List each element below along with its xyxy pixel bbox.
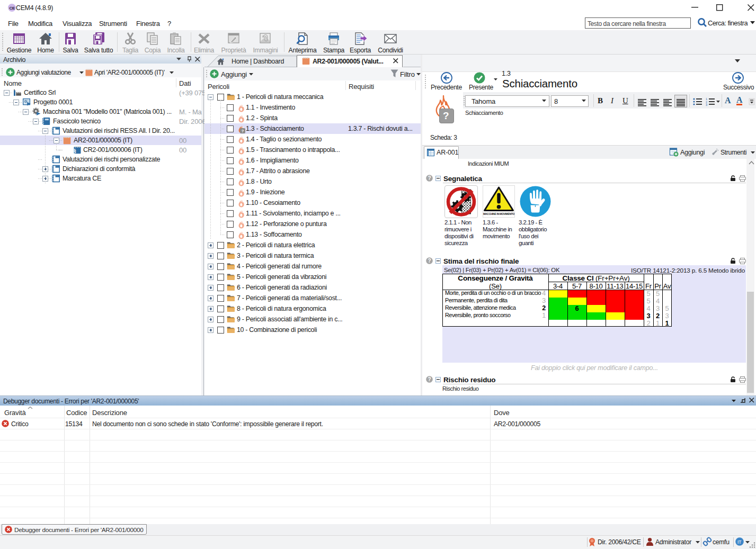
svg-text:3: 3 [706, 103, 707, 106]
svg-text:?: ? [428, 258, 431, 264]
svg-text:IT: IT [737, 539, 742, 545]
svg-text:?: ? [428, 175, 431, 181]
svg-text:§: § [74, 148, 76, 154]
svg-text:?: ? [428, 376, 431, 382]
